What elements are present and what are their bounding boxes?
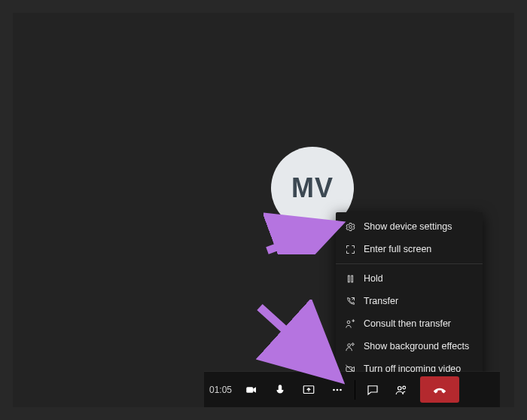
- transfer-icon: [345, 296, 356, 307]
- svg-point-9: [333, 388, 335, 391]
- ellipsis-icon: [331, 383, 344, 397]
- svg-point-12: [398, 386, 402, 390]
- svg-point-3: [347, 321, 350, 324]
- pause-icon: [345, 273, 356, 285]
- svg-point-4: [348, 343, 351, 346]
- menu-item-hold[interactable]: Hold: [336, 267, 483, 290]
- menu-item-label: Enter full screen: [364, 244, 431, 254]
- share-screen-icon: [302, 383, 315, 397]
- menu-item-label: Consult then transfer: [364, 318, 451, 329]
- menu-item-full-screen[interactable]: Enter full screen: [336, 238, 483, 260]
- svg-point-10: [337, 388, 339, 391]
- more-actions-button[interactable]: [323, 372, 352, 407]
- hangup-button[interactable]: [420, 376, 459, 403]
- svg-point-0: [349, 225, 352, 228]
- menu-item-consult-transfer[interactable]: Consult then transfer: [336, 312, 483, 335]
- avatar-initials: MV: [291, 172, 334, 204]
- more-actions-menu: Show device settings Enter full screen H…: [336, 212, 483, 383]
- menu-item-label: Hold: [364, 273, 383, 284]
- mic-button[interactable]: [266, 372, 294, 407]
- people-icon: [394, 383, 408, 397]
- chat-icon: [366, 383, 379, 397]
- gear-icon: [345, 221, 356, 233]
- menu-item-background-effects[interactable]: Show background effects: [336, 335, 483, 358]
- sparkle-icon: [345, 341, 356, 352]
- toolbar-separator: [355, 380, 355, 400]
- chat-button[interactable]: [358, 372, 387, 407]
- mic-icon: [273, 383, 287, 397]
- call-duration: 01:05: [204, 385, 237, 395]
- consult-transfer-icon: [345, 318, 356, 330]
- svg-rect-2: [352, 275, 353, 282]
- menu-separator: [336, 263, 483, 264]
- menu-item-transfer[interactable]: Transfer: [336, 290, 483, 312]
- menu-item-label: Transfer: [364, 296, 398, 306]
- camera-icon: [245, 383, 258, 397]
- menu-item-device-settings[interactable]: Show device settings: [336, 215, 483, 238]
- fullscreen-icon: [345, 244, 356, 255]
- svg-rect-6: [246, 387, 253, 393]
- share-button[interactable]: [294, 372, 323, 407]
- phone-hangup-icon: [431, 382, 448, 398]
- camera-button[interactable]: [237, 372, 266, 407]
- svg-rect-1: [348, 275, 349, 282]
- menu-item-label: Show background effects: [364, 341, 469, 352]
- svg-point-11: [340, 388, 342, 391]
- meeting-toolbar: 01:05: [204, 372, 500, 407]
- svg-point-13: [403, 386, 406, 389]
- people-button[interactable]: [387, 372, 416, 407]
- menu-item-label: Show device settings: [364, 221, 452, 232]
